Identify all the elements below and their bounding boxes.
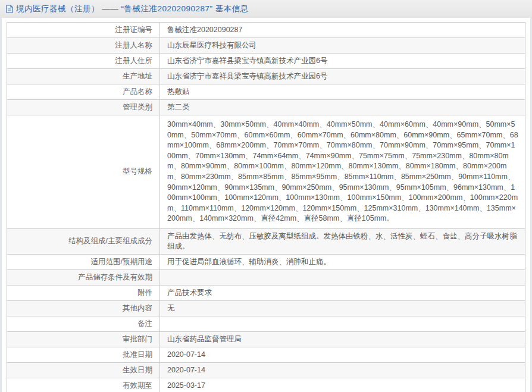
- table-row: 适用范围/预期用途用于促进局部血液循环、辅助消炎、消肿和止痛。: [7, 254, 525, 269]
- table-row: 型号规格30mm×40mm、30mm×50mm、40mm×40mm、40mm×5…: [7, 115, 525, 229]
- table-row: 产品名称热敷贴: [7, 84, 525, 100]
- info-table-body: 注册证编号鲁械注准20202090287注册人名称山东辰星医疗科技有限公司注册人…: [7, 23, 525, 392]
- row-label: 有效期至: [7, 378, 160, 392]
- row-label: 注册人名称: [7, 38, 160, 54]
- page-header: 境内医疗器械（注册） —— “鲁械注准20202090287” 基本信息: [0, 0, 532, 18]
- row-label: 附件: [7, 285, 160, 300]
- row-label: 产品储存条件及有效期: [7, 269, 160, 285]
- row-label: 审批部门: [7, 331, 160, 347]
- table-row: 生产地址山东省济宁市嘉祥县梁宝寺镇高新技术产业园6号: [7, 69, 525, 84]
- row-value: 山东省济宁市嘉祥县梁宝寺镇高新技术产业园6号: [160, 69, 525, 84]
- row-value: 山东辰星医疗科技有限公司: [160, 38, 525, 54]
- table-row: 其他内容无: [7, 300, 525, 316]
- row-label: 其他内容: [7, 300, 160, 316]
- table-row: 附件产品技术要求: [7, 285, 525, 300]
- table-row: 备注: [7, 316, 525, 331]
- row-value: 山东省药品监督管理局: [160, 331, 525, 347]
- row-value: 产品由发热体、无纺布、压敏胶及离型纸组成。发热体由铁粉、水、活性炭、蛭石、食盐、…: [160, 228, 525, 254]
- row-label: 注册人住所: [7, 54, 160, 69]
- page-title: 境内医疗器械（注册） —— “鲁械注准20202090287” 基本信息: [16, 4, 249, 14]
- row-label: 结构及组成/主要组成成分: [7, 228, 160, 254]
- row-value: 第二类: [160, 100, 525, 115]
- table-row: 产品储存条件及有效期: [7, 269, 525, 285]
- content-panel: 注册证编号鲁械注准20202090287注册人名称山东辰星医疗科技有限公司注册人…: [2, 18, 530, 392]
- row-value: 产品技术要求: [160, 285, 525, 300]
- row-value: 2020-07-14: [160, 362, 525, 378]
- row-value: 用于促进局部血液循环、辅助消炎、消肿和止痛。: [160, 254, 525, 269]
- table-row: 有效期至2025-03-17: [7, 378, 525, 392]
- registration-info-table: 注册证编号鲁械注准20202090287注册人名称山东辰星医疗科技有限公司注册人…: [7, 22, 525, 392]
- table-row: 注册人名称山东辰星医疗科技有限公司: [7, 38, 525, 54]
- row-label: 批准日期: [7, 347, 160, 362]
- row-label: 产品名称: [7, 84, 160, 100]
- row-label: 型号规格: [7, 115, 160, 229]
- row-value: 鲁械注准20202090287: [160, 23, 525, 38]
- table-row: 注册证编号鲁械注准20202090287: [7, 23, 525, 38]
- table-row: 结构及组成/主要组成成分产品由发热体、无纺布、压敏胶及离型纸组成。发热体由铁粉、…: [7, 228, 525, 254]
- document-icon: [6, 5, 13, 13]
- row-value: 2020-07-14: [160, 347, 525, 362]
- row-label: 注册证编号: [7, 23, 160, 38]
- row-label: 备注: [7, 316, 160, 331]
- row-label: 管理类别: [7, 100, 160, 115]
- table-row: 生效日期2020-07-14: [7, 362, 525, 378]
- row-value: 30mm×40mm、30mm×50mm、40mm×40mm、40mm×50mm、…: [160, 115, 525, 229]
- row-value: 无: [160, 300, 525, 316]
- table-row: 审批部门山东省药品监督管理局: [7, 331, 525, 347]
- row-label: 生效日期: [7, 362, 160, 378]
- row-value: 山东省济宁市嘉祥县梁宝寺镇高新技术产业园6号: [160, 54, 525, 69]
- row-value: [160, 269, 525, 285]
- row-value: [160, 316, 525, 331]
- row-value: 2025-03-17: [160, 378, 525, 392]
- table-row: 注册人住所山东省济宁市嘉祥县梁宝寺镇高新技术产业园6号: [7, 54, 525, 69]
- row-label: 适用范围/预期用途: [7, 254, 160, 269]
- table-row: 管理类别第二类: [7, 100, 525, 115]
- row-value: 热敷贴: [160, 84, 525, 100]
- table-row: 批准日期2020-07-14: [7, 347, 525, 362]
- row-label: 生产地址: [7, 69, 160, 84]
